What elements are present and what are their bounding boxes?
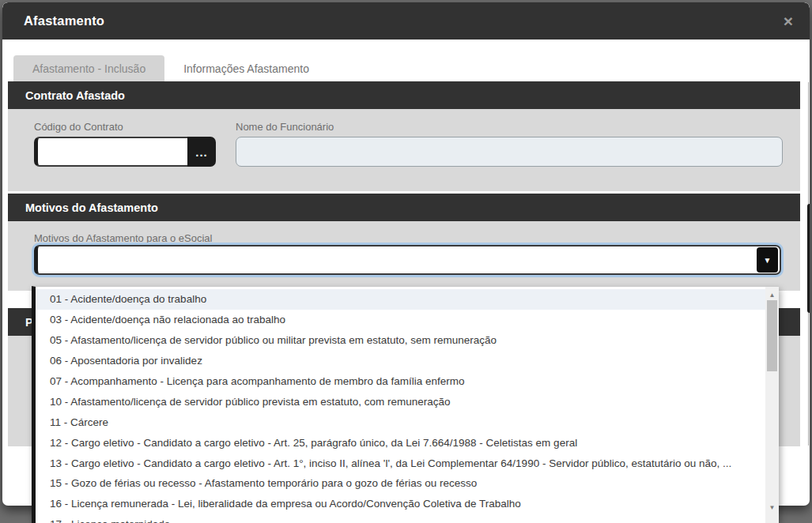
motivos-esocial-combobox: ▼ — [34, 245, 781, 275]
codigo-contrato-lookup-button[interactable]: ... — [187, 137, 216, 167]
dropdown-option[interactable]: 12 - Cargo eletivo - Candidato a cargo e… — [36, 432, 765, 453]
motivos-esocial-label: Motivos do Afastamento para o eSocial — [34, 232, 212, 244]
section-body-motivos: Motivos do Afastamento para o eSocial ▼ — [8, 221, 800, 291]
dropdown-option[interactable]: 06 - Aposentadoria por invalidez — [36, 351, 765, 371]
dropdown-option[interactable]: 13 - Cargo eletivo - Candidato a cargo e… — [36, 453, 765, 473]
codigo-contrato-input-row: ... — [34, 137, 216, 167]
close-icon[interactable]: × — [777, 2, 799, 40]
scroll-down-icon[interactable]: ▼ — [765, 501, 779, 514]
scroll-up-icon[interactable]: ▲ — [765, 288, 779, 301]
dropdown-option[interactable]: 03 - Acidente/doença não relacionada ao … — [36, 310, 765, 330]
dropdown-option[interactable]: 15 - Gozo de férias ou recesso - Afastam… — [36, 473, 765, 494]
dropdown-option[interactable]: 10 - Afastamento/licença de servidor púb… — [36, 391, 765, 412]
combobox-dropdown-button[interactable]: ▼ — [757, 247, 778, 273]
tab-bar: Afastamento - Inclusão Informações Afast… — [13, 55, 328, 81]
dropdown-option[interactable]: 17 - Licença maternidade — [36, 514, 765, 523]
codigo-contrato-label: Código do Contrato — [34, 121, 216, 133]
section-title: Contrato Afastado — [25, 89, 125, 102]
codigo-contrato-input[interactable] — [34, 137, 189, 167]
modal-titlebar: Afastamento — [2, 2, 810, 40]
tab-informacoes-afastamento[interactable]: Informações Afastamento — [164, 55, 328, 81]
motivos-dropdown-list: 01 - Acidente/doença do trabalho03 - Aci… — [32, 286, 779, 523]
motivos-esocial-input[interactable] — [34, 245, 781, 275]
modal-title: Afastamento — [2, 13, 104, 28]
section-body-contrato: Código do Contrato ... Nome do Funcionár… — [8, 109, 800, 191]
dropdown-option[interactable]: 07 - Acompanhamento - Licença para acomp… — [36, 371, 765, 392]
dropdown-option[interactable]: 01 - Acidente/doença do trabalho — [36, 289, 765, 310]
chevron-down-icon: ▼ — [764, 256, 772, 265]
dropdown-option[interactable]: 05 - Afastamento/licença de servidor púb… — [36, 330, 765, 351]
nome-funcionario-label: Nome do Funcionário — [236, 121, 783, 133]
section-title: Motivos do Afastamento — [25, 201, 158, 214]
section-header-motivos-afastamento: Motivos do Afastamento — [8, 194, 800, 221]
dropdown-options: 01 - Acidente/doença do trabalho03 - Aci… — [36, 289, 765, 523]
tab-afastamento-inclusao[interactable]: Afastamento - Inclusão — [13, 55, 164, 81]
dropdown-option[interactable]: 11 - Cárcere — [36, 412, 765, 432]
codigo-contrato-field-group: Código do Contrato ... — [34, 121, 216, 191]
nome-funcionario-field-group: Nome do Funcionário — [236, 121, 783, 191]
modal-scrollbar-thumb[interactable] — [807, 204, 810, 313]
section-header-contrato-afastado: Contrato Afastado — [8, 81, 800, 109]
dropdown-option[interactable]: 16 - Licença remunerada - Lei, liberalid… — [36, 494, 765, 514]
nome-funcionario-input — [236, 137, 783, 167]
dropdown-scrollbar[interactable]: ▲ ▼ — [765, 287, 779, 523]
page-backdrop: Afastamento × Afastamento - Inclusão Inf… — [0, 0, 812, 523]
dropdown-scrollbar-thumb[interactable] — [767, 300, 777, 371]
